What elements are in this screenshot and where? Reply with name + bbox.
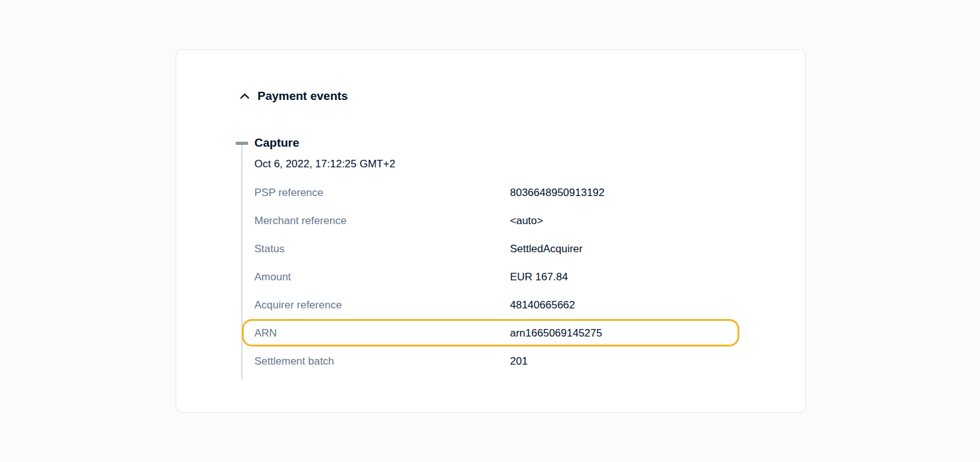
field-label: Status <box>254 243 284 255</box>
field-label: PSP reference <box>254 187 323 199</box>
event-timestamp: Oct 6, 2022, 17:12:25 GMT+2 <box>254 157 395 171</box>
event-title: Capture <box>254 135 299 150</box>
field-label: ARN <box>254 327 277 340</box>
field-value: SettledAcquirer <box>510 243 582 255</box>
section-title: Payment events <box>258 89 348 104</box>
field-row: Acquirer reference 48140665662 <box>176 291 805 319</box>
payment-events-card: Payment events Capture Oct 6, 2022, 17:1… <box>176 49 806 413</box>
field-value: 8036648950913192 <box>510 187 604 199</box>
field-row: Amount EUR 167.84 <box>176 263 805 291</box>
field-value: EUR 167.84 <box>510 271 568 283</box>
chevron-up-icon <box>240 93 249 99</box>
field-row: Status SettledAcquirer <box>176 235 805 263</box>
fields-list: PSP reference 8036648950913192 Merchant … <box>176 179 805 375</box>
timeline-event-marker <box>236 142 248 145</box>
field-value: 48140665662 <box>510 299 575 312</box>
field-label: Settlement batch <box>254 355 334 368</box>
arn-highlight-ring <box>242 319 739 346</box>
payment-events-section-toggle[interactable]: Payment events <box>240 89 348 104</box>
field-label: Merchant reference <box>254 215 346 227</box>
field-row: Merchant reference <auto> <box>176 207 805 235</box>
field-label: Amount <box>254 271 291 283</box>
field-row: Settlement batch 201 <box>176 347 805 375</box>
field-value: <auto> <box>510 215 543 227</box>
field-row: ARN arn1665069145275 <box>176 319 805 347</box>
field-row: PSP reference 8036648950913192 <box>176 179 805 207</box>
field-label: Acquirer reference <box>254 299 342 312</box>
field-value: 201 <box>510 355 528 368</box>
field-value: arn1665069145275 <box>510 327 602 340</box>
